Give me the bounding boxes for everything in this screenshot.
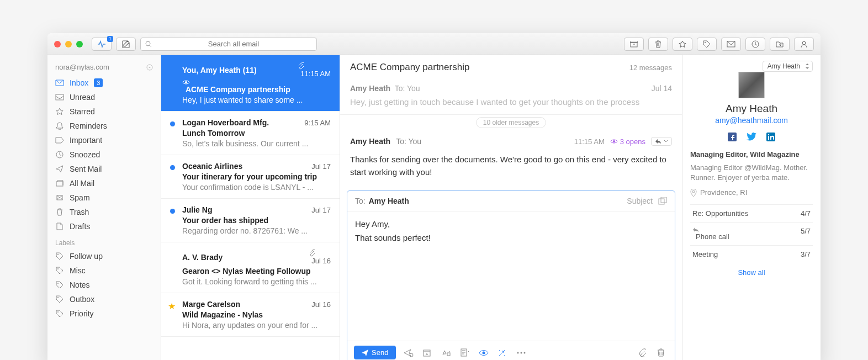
- sidebar-label-priority[interactable]: Priority: [47, 306, 161, 321]
- more-icon[interactable]: [516, 351, 527, 354]
- sidebar-item-important[interactable]: Important: [47, 133, 161, 147]
- compose-body[interactable]: Hey Amy, That sounds perfect!: [347, 211, 675, 341]
- activity-badge: 1: [107, 36, 113, 42]
- contact-location: Providence, RI: [690, 188, 813, 197]
- maximize-window-button[interactable]: [76, 41, 83, 47]
- collapsed-message[interactable]: Amy Heath To: You Jul 14 Hey, just getti…: [340, 80, 682, 115]
- related-thread[interactable]: Meeting3/7: [690, 245, 813, 263]
- sidebar-item-spam[interactable]: Spam: [47, 190, 161, 205]
- svg-point-6: [802, 41, 806, 45]
- twitter-icon[interactable]: [747, 133, 756, 141]
- sidebar-item-trash[interactable]: Trash: [47, 205, 161, 219]
- related-thread[interactable]: Phone call5/7: [690, 222, 813, 245]
- thread-item[interactable]: You, Amy Heath (11)11:15 AMACME Company …: [161, 55, 340, 112]
- sidebar-item-count: 3: [94, 78, 103, 87]
- sidebar-label-text: Notes: [70, 280, 90, 289]
- svg-point-16: [57, 311, 59, 313]
- sidebar-item-starred[interactable]: Starred: [47, 104, 161, 119]
- reminder-icon[interactable]: [422, 348, 433, 357]
- thread-from: You, Amy Heath (11): [182, 66, 257, 75]
- svg-rect-23: [447, 353, 450, 356]
- sidebar-item-sent-mail[interactable]: Sent Mail: [47, 162, 161, 176]
- svg-rect-2: [631, 43, 637, 47]
- account-selector[interactable]: nora@nylas.com: [47, 61, 161, 76]
- snooze-button[interactable]: [745, 38, 765, 51]
- label-button[interactable]: [697, 38, 717, 51]
- facebook-icon[interactable]: [728, 133, 737, 141]
- older-messages-toggle[interactable]: 10 older messages: [340, 115, 682, 130]
- expanded-message: Amy Heath To: You 11:15 AM 3 opens: [340, 130, 682, 185]
- tracking-icon[interactable]: [479, 350, 490, 356]
- star-button[interactable]: [673, 38, 692, 51]
- search-input[interactable]: [155, 40, 312, 48]
- close-window-button[interactable]: [54, 41, 61, 47]
- sidebar-label-outbox[interactable]: Outbox: [47, 292, 161, 306]
- send-button[interactable]: Send: [354, 346, 396, 359]
- attachment-icon: [308, 249, 331, 257]
- svg-point-0: [146, 41, 150, 46]
- minimize-window-button[interactable]: [65, 41, 72, 47]
- linkedin-icon[interactable]: [766, 133, 775, 141]
- compose-subject-label[interactable]: Subject: [627, 197, 653, 205]
- compose-button[interactable]: [116, 38, 136, 51]
- contact-email[interactable]: amy@heathmail.com: [690, 116, 813, 125]
- trash-button[interactable]: [648, 38, 668, 51]
- discard-icon[interactable]: [657, 348, 668, 357]
- inbox-icon: [55, 80, 64, 86]
- show-all-link[interactable]: Show all: [690, 263, 813, 277]
- send-later-icon[interactable]: [404, 349, 415, 357]
- open-tracking[interactable]: 3 opens: [610, 137, 645, 146]
- attach-icon[interactable]: [638, 348, 649, 357]
- eye-icon: [610, 139, 618, 144]
- thread-subject: ACME Company partnership: [182, 80, 331, 94]
- mark-read-button[interactable]: [721, 38, 741, 51]
- archive-button[interactable]: [624, 38, 644, 51]
- sidebar-label-notes[interactable]: Notes: [47, 278, 161, 292]
- svg-point-18: [613, 140, 615, 142]
- reply-button[interactable]: [651, 137, 672, 146]
- compose-toolbar: Send: [347, 341, 675, 360]
- sidebar-item-label: Inbox: [70, 78, 88, 87]
- sidebar-item-unread[interactable]: Unread: [47, 90, 161, 104]
- sidebar-label-follow-up[interactable]: Follow up: [47, 249, 161, 263]
- thread-preview: Regarding order no. 8726761: We ...: [182, 226, 331, 235]
- sidebar-item-label: Starred: [70, 107, 95, 116]
- sidebar-item-label: Reminders: [70, 121, 107, 130]
- svg-point-7: [147, 65, 152, 70]
- svg-point-26: [517, 352, 519, 353]
- location-icon: [690, 189, 697, 197]
- account-email: nora@nylas.com: [55, 63, 109, 71]
- thread-item[interactable]: Oceanic AirlinesJul 17Your itinerary for…: [161, 155, 340, 199]
- sidebar-item-drafts[interactable]: Drafts: [47, 219, 161, 234]
- related-thread[interactable]: Re: Opportunities4/7: [690, 204, 813, 222]
- sidebar-item-inbox[interactable]: Inbox3: [47, 76, 161, 90]
- format-icon[interactable]: [441, 349, 452, 357]
- sidebar-item-snoozed[interactable]: Snoozed: [47, 147, 161, 162]
- thread-item[interactable]: ★Marge CarelsonJul 16Wild Magazine - Nyl…: [161, 293, 340, 337]
- popout-icon[interactable]: [658, 197, 667, 205]
- thread-item[interactable]: Julie NgJul 17Your order has shippedRega…: [161, 199, 340, 242]
- thread-preview: Hi Nora, any updates on your end for ...: [182, 321, 331, 330]
- contact-bio: Managing Editor @WildMag. Mother. Runner…: [690, 163, 813, 183]
- search-field[interactable]: [140, 38, 317, 51]
- thread-item[interactable]: Logan Hoverboard Mfg.9:15 AMLunch Tomorr…: [161, 112, 340, 155]
- thread-from: A. V. Brady: [182, 253, 223, 262]
- thread-subject: Gearon <> Nylas Meeting Followup: [182, 267, 331, 276]
- sidebar-item-reminders[interactable]: Reminders: [47, 119, 161, 133]
- drafts-icon: [55, 223, 64, 230]
- compose-to-row[interactable]: To: Amy Heath Subject: [347, 191, 675, 211]
- move-button[interactable]: [770, 38, 790, 51]
- sidebar-item-all-mail[interactable]: All Mail: [47, 176, 161, 190]
- thread-item[interactable]: A. V. BradyJul 16Gearon <> Nylas Meeting…: [161, 242, 340, 293]
- account-button[interactable]: [794, 38, 814, 51]
- contact-selector[interactable]: Amy Heath: [763, 61, 813, 72]
- activity-button[interactable]: 1: [92, 38, 112, 51]
- sent-icon: [55, 165, 64, 173]
- templates-icon[interactable]: [460, 348, 471, 357]
- unread-indicator: [170, 209, 175, 214]
- svg-point-25: [483, 351, 485, 354]
- related-meta: 5/7: [801, 227, 811, 241]
- thread-preview: So, let's talk business. Our current ...: [182, 139, 331, 148]
- sidebar-label-misc[interactable]: Misc: [47, 263, 161, 278]
- sparkle-icon[interactable]: [497, 348, 509, 357]
